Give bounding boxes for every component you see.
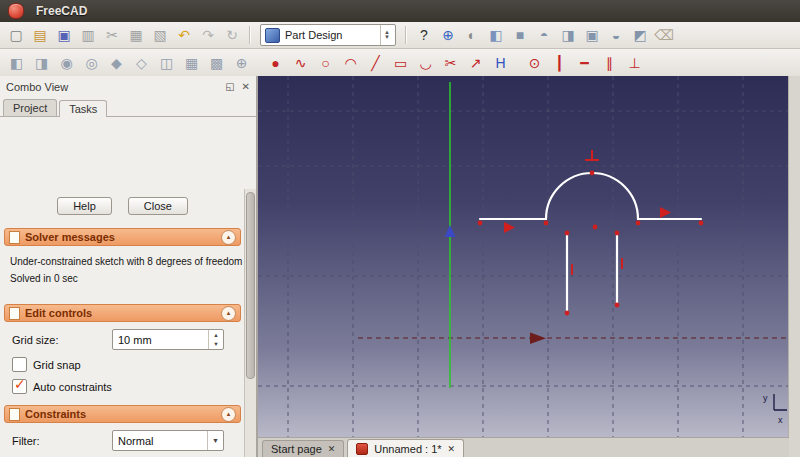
constraint-parallel-button[interactable]: ∥ bbox=[597, 52, 622, 74]
tab-tasks[interactable]: Tasks bbox=[59, 100, 107, 117]
trim-edge-button[interactable]: ✂ bbox=[438, 52, 463, 74]
tab-unnamed-document[interactable]: Unnamed : 1* ✕ bbox=[347, 439, 464, 457]
combo-view-header: Combo View ◱ ✕ bbox=[0, 76, 256, 95]
solver-messages-header: Solver messages ▴ bbox=[4, 228, 241, 246]
view-front-icon: ■ bbox=[516, 28, 524, 42]
create-arc-button[interactable]: ◠ bbox=[338, 52, 363, 74]
mirrored-button[interactable]: ◫ bbox=[154, 52, 179, 74]
groove-button[interactable]: ◎ bbox=[79, 52, 104, 74]
view-isometric-button[interactable]: ◧ bbox=[484, 24, 508, 46]
copy-icon: ▦ bbox=[129, 28, 142, 42]
help-button[interactable]: Help bbox=[57, 197, 112, 215]
sketch-geometry[interactable] bbox=[480, 173, 701, 311]
constraint-horizontal-button[interactable]: ━ bbox=[572, 52, 597, 74]
pocket-button[interactable]: ◨ bbox=[29, 52, 54, 74]
boolean-operation-button[interactable]: ⊕ bbox=[229, 52, 254, 74]
workbench-selector[interactable]: Part Design ▲▼ bbox=[260, 24, 396, 46]
axis-label-x: x bbox=[778, 415, 783, 425]
float-panel-icon[interactable]: ◱ bbox=[225, 81, 234, 92]
solver-message: Under-constrained sketch with 8 degrees … bbox=[10, 253, 235, 270]
save-document-button[interactable]: ▣ bbox=[52, 24, 76, 46]
constraint-perpendicular-button[interactable]: ⊥ bbox=[622, 52, 647, 74]
view-rear-button[interactable]: ▣ bbox=[580, 24, 604, 46]
draw-style-button[interactable]: ◐ bbox=[460, 24, 484, 46]
combo-spin-arrows-icon[interactable]: ▲▼ bbox=[380, 25, 393, 45]
create-line-button[interactable]: ╱ bbox=[363, 52, 388, 74]
filter-combobox[interactable]: Normal ▼ bbox=[112, 430, 224, 451]
view-bottom-button[interactable]: ◒ bbox=[604, 24, 628, 46]
spin-arrows-icon[interactable]: ▲▼ bbox=[208, 330, 223, 349]
paste-button[interactable]: ▧ bbox=[148, 24, 172, 46]
refresh-button[interactable]: ↻ bbox=[220, 24, 244, 46]
fit-all-button[interactable]: ⊕ bbox=[436, 24, 460, 46]
cut-button[interactable]: ✂ bbox=[100, 24, 124, 46]
grid-size-spinbox[interactable]: 10 mm ▲▼ bbox=[112, 329, 224, 350]
draw-style-icon: ◐ bbox=[468, 28, 476, 42]
new-document-button[interactable]: ▢ bbox=[4, 24, 28, 46]
grid-snap-checkbox[interactable] bbox=[12, 357, 27, 372]
constraint-coincident-button[interactable]: ⊙ bbox=[522, 52, 547, 74]
window-titlebar: FreeCAD bbox=[0, 0, 800, 22]
sketch-canvas: y x bbox=[258, 76, 789, 438]
collapse-section-button[interactable]: ▴ bbox=[221, 407, 236, 422]
close-panel-icon[interactable]: ✕ bbox=[242, 81, 250, 92]
constraint-vertical-button[interactable]: ┃ bbox=[547, 52, 572, 74]
tab-label: Unnamed : 1* bbox=[374, 443, 441, 455]
freecad-window: FreeCAD ▢▤▣▥✂▦▧↶↷↻ Part Design ▲▼ ?⊕◐◧■◓… bbox=[0, 0, 800, 457]
view-top-button[interactable]: ◓ bbox=[532, 24, 556, 46]
view-right-button[interactable]: ◨ bbox=[556, 24, 580, 46]
whats-this-button[interactable]: ? bbox=[412, 24, 436, 46]
tab-project[interactable]: Project bbox=[3, 99, 57, 116]
create-polyline-button[interactable]: ∿ bbox=[288, 52, 313, 74]
revolution-button[interactable]: ◉ bbox=[54, 52, 79, 74]
axis-label-y: y bbox=[763, 393, 768, 403]
redo-button[interactable]: ↷ bbox=[196, 24, 220, 46]
close-tab-icon[interactable]: ✕ bbox=[328, 444, 336, 454]
close-tab-icon[interactable]: ✕ bbox=[448, 444, 456, 454]
view-front-button[interactable]: ■ bbox=[508, 24, 532, 46]
tab-start-page[interactable]: Start page ✕ bbox=[262, 440, 344, 457]
window-title: FreeCAD bbox=[36, 4, 87, 18]
panel-title: Combo View bbox=[6, 81, 68, 93]
linear-pattern-button[interactable]: ▦ bbox=[179, 52, 204, 74]
external-geometry-button[interactable]: ↗ bbox=[463, 52, 488, 74]
combo-view-tabs: Project Tasks bbox=[0, 97, 256, 117]
pad-button[interactable]: ◧ bbox=[4, 52, 29, 74]
undo-button[interactable]: ↶ bbox=[172, 24, 196, 46]
measure-clear-all-button[interactable]: ⌫ bbox=[652, 24, 676, 46]
collapse-section-button[interactable]: ▴ bbox=[221, 230, 236, 245]
create-rectangle-icon: ▭ bbox=[394, 56, 407, 70]
axis-indicator bbox=[774, 394, 787, 410]
fillet-feature-icon: ◆ bbox=[111, 56, 122, 70]
collapse-section-button[interactable]: ▴ bbox=[221, 306, 236, 321]
scrollbar-thumb[interactable] bbox=[246, 192, 255, 379]
copy-button[interactable]: ▦ bbox=[124, 24, 148, 46]
chamfer-feature-button[interactable]: ◇ bbox=[129, 52, 154, 74]
toggle-construction-button[interactable]: H bbox=[488, 52, 513, 74]
create-point-button[interactable]: ● bbox=[263, 52, 288, 74]
chevron-down-icon: ▼ bbox=[207, 431, 223, 450]
print-button[interactable]: ▥ bbox=[76, 24, 100, 46]
constraint-coincident-icon: ⊙ bbox=[529, 56, 541, 70]
linear-pattern-icon: ▦ bbox=[185, 56, 198, 70]
view-right-icon: ◨ bbox=[561, 28, 574, 42]
document-tabbar: Start page ✕ Unnamed : 1* ✕ bbox=[258, 437, 789, 457]
polar-pattern-button[interactable]: ▩ bbox=[204, 52, 229, 74]
mirrored-icon: ◫ bbox=[160, 56, 173, 70]
create-fillet-button[interactable]: ◡ bbox=[413, 52, 438, 74]
auto-constraints-checkbox[interactable] bbox=[12, 379, 27, 394]
create-rectangle-button[interactable]: ▭ bbox=[388, 52, 413, 74]
panel-scrollbar[interactable] bbox=[244, 189, 256, 457]
print-icon: ▥ bbox=[81, 28, 94, 42]
polar-pattern-icon: ▩ bbox=[210, 56, 223, 70]
open-document-button[interactable]: ▤ bbox=[28, 24, 52, 46]
3d-viewport[interactable]: y x bbox=[258, 76, 789, 438]
view-left-icon: ◩ bbox=[633, 28, 646, 42]
view-rear-icon: ▣ bbox=[585, 28, 598, 42]
tasks-panel-body: Help Close Solver messages ▴ Under-const… bbox=[0, 189, 245, 457]
window-close-button[interactable] bbox=[8, 3, 24, 19]
close-task-button[interactable]: Close bbox=[128, 197, 188, 215]
view-left-button[interactable]: ◩ bbox=[628, 24, 652, 46]
fillet-feature-button[interactable]: ◆ bbox=[104, 52, 129, 74]
create-circle-button[interactable]: ○ bbox=[313, 52, 338, 74]
